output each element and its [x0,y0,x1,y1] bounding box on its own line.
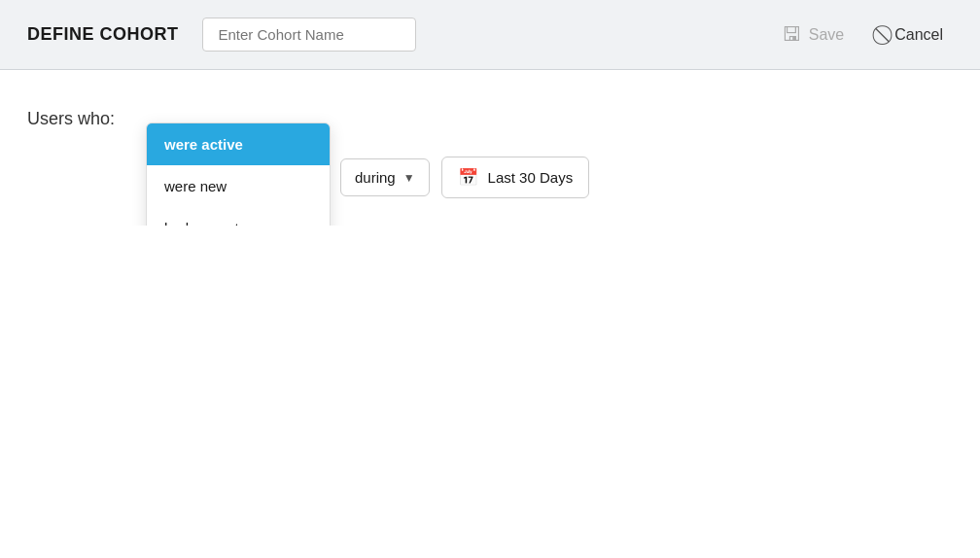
menu-item-were-active[interactable]: were active [147,123,330,165]
save-label: Save [809,26,844,44]
during-label: during [355,169,396,186]
save-icon: 🖫 [782,23,801,46]
date-range-button[interactable]: 📅 Last 30 Days [441,157,590,198]
activity-dropdown-menu: were active were new had property perfor… [146,122,331,226]
date-range-label: Last 30 Days [488,169,574,186]
calendar-icon: 📅 [458,167,478,188]
header-bar: DEFINE COHORT 🖫 Save ⃠ Cancel [0,0,980,70]
menu-item-were-new[interactable]: were new [147,165,330,207]
main-content: Users who: were active ▼ during ▼ 📅 Last… [0,70,980,226]
cohort-name-input[interactable] [202,17,416,52]
save-button[interactable]: 🖫 Save [772,17,854,52]
chevron-down-icon: ▼ [403,171,415,185]
menu-item-had-property[interactable]: had property [147,207,330,226]
cancel-label: Cancel [894,26,943,44]
cancel-button[interactable]: ⃠ Cancel [877,17,953,52]
during-dropdown-button[interactable]: during ▼ [340,158,430,196]
page-title: DEFINE COHORT [27,24,179,45]
